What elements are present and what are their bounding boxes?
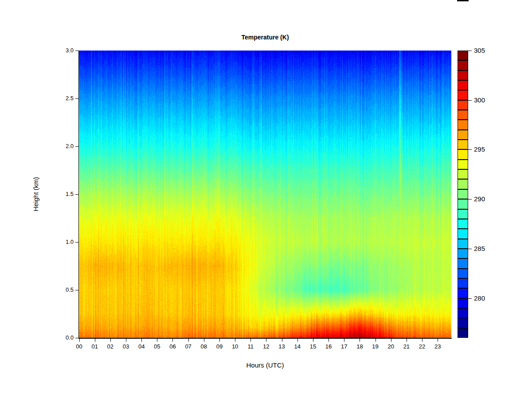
x-axis-line <box>78 338 452 339</box>
x-tick-label: 09 <box>216 343 223 350</box>
x-tick <box>438 339 438 342</box>
x-tick <box>235 339 235 342</box>
colorbar-tick <box>468 298 472 299</box>
x-tick-label: 13 <box>278 343 285 350</box>
y-tick <box>75 242 78 243</box>
colorbar-tick <box>468 149 472 150</box>
x-tick-label: 03 <box>123 343 129 350</box>
x-tick <box>157 339 157 342</box>
x-tick <box>95 339 95 342</box>
x-axis-label: Hours (UTC) <box>79 361 451 369</box>
y-tick-label: 3.0 <box>56 47 74 54</box>
x-tick <box>422 339 422 342</box>
x-tick-label: 17 <box>341 343 347 350</box>
x-tick-label: 08 <box>201 343 207 350</box>
colorbar-tick <box>468 100 472 101</box>
y-tick <box>75 194 78 195</box>
x-tick <box>297 339 298 342</box>
x-tick <box>204 339 204 342</box>
y-tick-label: 0.5 <box>56 286 74 293</box>
x-tick <box>344 339 344 342</box>
x-tick-label: 06 <box>169 343 176 350</box>
y-axis-line <box>78 51 79 338</box>
y-tick <box>75 51 78 51</box>
x-tick <box>79 339 80 342</box>
y-axis-label: Height (km) <box>32 177 39 211</box>
colorbar-tick <box>468 249 472 249</box>
x-tick-label: 04 <box>138 343 145 350</box>
x-tick-label: 16 <box>325 343 332 350</box>
y-tick <box>75 146 78 147</box>
y-tick <box>75 290 78 290</box>
x-tick-label: 14 <box>294 343 301 350</box>
colorbar <box>458 51 468 338</box>
x-tick-label: 15 <box>310 343 316 350</box>
x-tick <box>313 339 313 342</box>
chart-title: Temperature (K) <box>79 34 451 41</box>
y-tick-label: 2.0 <box>56 143 74 149</box>
x-tick <box>110 339 111 342</box>
colorbar-tick <box>468 199 472 200</box>
colorbar-tick-label: 300 <box>474 96 485 104</box>
x-tick-label: 22 <box>419 343 425 350</box>
x-tick <box>250 339 251 342</box>
x-tick <box>188 339 189 342</box>
x-tick <box>407 339 407 342</box>
x-tick-label: 21 <box>403 343 410 350</box>
colorbar-tick-label: 280 <box>474 294 485 302</box>
x-tick <box>141 339 142 342</box>
x-tick <box>360 339 360 342</box>
y-tick <box>75 338 78 338</box>
x-tick <box>266 339 266 342</box>
x-tick-label: 10 <box>232 343 238 350</box>
x-tick-label: 00 <box>76 343 82 350</box>
heatmap-canvas <box>79 51 451 338</box>
y-tick <box>75 98 78 99</box>
x-tick-label: 18 <box>356 343 363 350</box>
y-tick-label: 1.5 <box>56 191 74 197</box>
colorbar-tick-label: 290 <box>474 195 485 203</box>
y-tick-label: 0.0 <box>56 334 74 341</box>
x-tick <box>391 339 391 342</box>
colorbar-tick-label: 295 <box>474 145 485 153</box>
x-tick <box>282 339 282 342</box>
x-tick-label: 23 <box>434 343 441 350</box>
x-tick-label: 11 <box>248 343 254 350</box>
x-tick <box>126 339 126 342</box>
x-tick-label: 19 <box>372 343 378 350</box>
colorbar-tick <box>468 51 472 51</box>
temperature-heatmap-figure: Temperature (K) 000102030405060708091011… <box>0 0 532 399</box>
x-tick <box>376 339 376 342</box>
top-edge-mark <box>457 0 469 1</box>
colorbar-tick-label: 305 <box>474 47 485 54</box>
x-tick-label: 01 <box>91 343 98 350</box>
x-tick <box>219 339 220 342</box>
y-tick-label: 1.0 <box>56 239 74 245</box>
y-tick-label: 2.5 <box>56 95 74 102</box>
x-tick-label: 12 <box>263 343 269 350</box>
x-tick <box>329 339 329 342</box>
x-tick-label: 07 <box>185 343 191 350</box>
x-tick-label: 20 <box>387 343 394 350</box>
x-tick <box>172 339 173 342</box>
colorbar-tick-label: 285 <box>474 245 485 252</box>
x-tick-label: 02 <box>107 343 113 350</box>
x-tick-label: 05 <box>154 343 160 350</box>
